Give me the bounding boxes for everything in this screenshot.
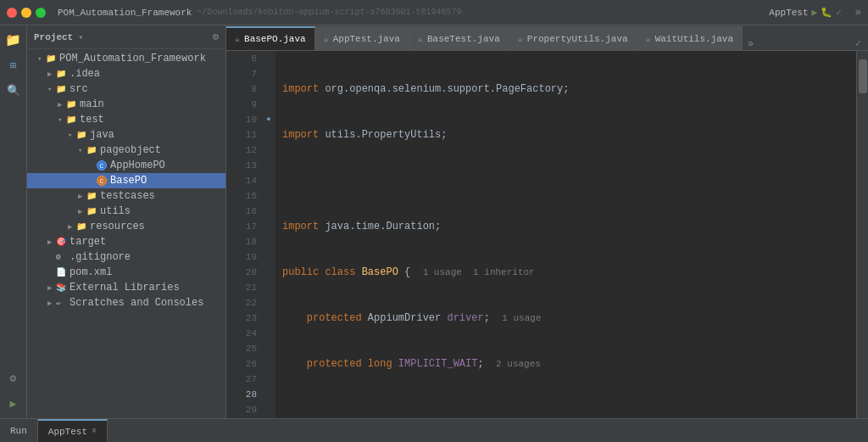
sidebar-gear-icon[interactable]: ⚙ [213,31,219,43]
editor-scrollbar[interactable] [856,51,868,418]
folder-icon: 📁 [86,145,97,155]
editor-area: ☕ BasePO.java ☕ AppTest.java ☕ BaseTest.… [226,25,868,418]
check-icon[interactable]: ✓ [836,7,842,18]
code-content[interactable]: import org.openqa.selenium.support.PageF… [275,51,856,418]
tab-basetest[interactable]: ☕ BaseTest.java [409,26,509,50]
outer-icon-rail: 📁 ⊞ 🔍 ⚙ ▶ [0,25,27,418]
tree-item-resources[interactable]: ▶ 📁 resources [27,219,225,234]
run-config-name: AppTest [769,8,808,18]
tab-java-icon2: ☕ [324,34,329,44]
arrow-icon: ▾ [37,54,46,64]
arrow-icon: ▾ [58,115,66,125]
run-icon[interactable]: ▶ [3,393,25,415]
tree-item-extlibs[interactable]: ▶ 📚 External Libraries [27,280,225,295]
breakpoint-icon[interactable]: ● [266,115,270,124]
line-num-20: 20 [230,265,257,280]
project-path: ~/Downloads/kobiton-appium-script-s76036… [197,8,461,17]
line-num-19: 19 [230,249,257,265]
gutter-icons: ● [262,51,275,418]
tab-propertyutils[interactable]: ☕ PropertyUtils.java [509,26,637,50]
debug-button[interactable]: 🐛 [821,7,832,18]
find-icon[interactable]: 🔍 [3,80,25,102]
project-sidebar: Project ▾ ⚙ ▾ 📁 POM_Automation_Framework… [27,25,226,418]
line-num-22: 22 [230,295,257,311]
xml-icon: 📄 [56,267,66,277]
arrow-icon: ▶ [47,238,56,247]
tree-label-scratches: Scratches and Consoles [70,297,203,309]
tab-label-basetest: BaseTest.java [427,34,500,44]
tree-item-scratches[interactable]: ▶ ✏ Scratches and Consoles [27,295,225,311]
tab-apptest[interactable]: ☕ AppTest.java [315,26,409,50]
tree-item-pom[interactable]: ▶ 📄 pom.xml [27,265,225,280]
tree-label-root: POM_Automation_Framework [59,53,206,64]
tree-item-testcases[interactable]: ▶ 📁 testcases [27,188,225,204]
sidebar-header-icons: ⚙ [213,31,219,43]
tree-label-java: java [90,129,114,141]
project-dropdown-icon[interactable]: ▾ [78,32,83,42]
bottom-bar: Run AppTest × [0,418,868,442]
line-num-16: 16 [230,204,257,219]
tab-java-icon: ☕ [235,34,240,44]
folder-icon[interactable]: 📁 [3,29,25,51]
arrow-icon: ▾ [68,131,76,140]
line-num-14: 14 [230,173,257,188]
arrow-icon: ▶ [78,207,86,216]
tree-label-target: target [70,236,106,248]
minimize-button[interactable] [21,8,31,18]
apptest-tab-label: AppTest [48,427,87,437]
tree-item-main[interactable]: ▶ 📁 main [27,97,225,112]
line-num-12: 12 [230,143,257,158]
tree-item-test[interactable]: ▾ 📁 test [27,112,225,127]
app-title: POM_Automation_Framework [58,8,192,18]
apptest-close-icon[interactable]: × [92,427,97,436]
tree-item-java[interactable]: ▾ 📁 java [27,127,225,143]
tree-item-utils[interactable]: ▶ 📁 utils [27,204,225,219]
line-num-18: 18 [230,234,257,249]
folder-icon: 📁 [76,221,86,232]
settings-icon[interactable]: ⚙ [3,367,25,389]
run-config[interactable]: AppTest ▶ 🐛 ✓ [769,7,841,18]
folder-icon: 📁 [46,53,56,64]
file-tree: ▾ 📁 POM_Automation_Framework ▶ 📁 .idea ▾… [27,49,225,418]
tab-label-propertyutils: PropertyUtils.java [527,34,628,44]
tabs-overflow-button[interactable]: » [743,38,759,50]
tab-waitutils[interactable]: ☕ WaitUtils.java [637,26,743,50]
close-button[interactable] [7,8,17,18]
tree-item-root[interactable]: ▾ 📁 POM_Automation_Framework [27,51,225,66]
run-button[interactable]: ▶ [812,7,818,18]
bottom-tab-apptest[interactable]: AppTest × [38,419,108,442]
line-num-15: 15 [230,188,257,204]
tab-java-icon4: ☕ [518,34,523,44]
tree-item-basepo[interactable]: ▶ C BasePO [27,173,225,188]
tree-label-resources: resources [90,221,145,232]
line-num-27: 27 [230,372,257,387]
maximize-button[interactable] [36,8,46,18]
tree-label-src: src [70,83,88,95]
tree-label-main: main [80,98,104,110]
scrollbar-thumb[interactable] [859,59,867,93]
line-num-24: 24 [230,326,257,341]
editor-tabs: ☕ BasePO.java ☕ AppTest.java ☕ BaseTest.… [226,25,868,51]
scratches-icon: ✏ [56,298,66,308]
tree-item-apphomepo[interactable]: ▶ C AppHomePO [27,158,225,173]
tree-label-basepo: BasePO [110,175,147,187]
structure-icon[interactable]: ⊞ [3,54,25,76]
tree-item-pageobject[interactable]: ▾ 📁 pageobject [27,143,225,158]
bottom-tabs: Run AppTest × [0,419,108,442]
line-num-8: 8 [230,81,257,97]
tree-item-src[interactable]: ▾ 📁 src [27,81,225,97]
line-num-6: 6 [230,51,257,66]
tree-item-target[interactable]: ▶ 🎯 target [27,234,225,249]
code-editor[interactable]: 6 7 8 9 10 11 12 13 14 15 16 17 18 19 20… [226,51,868,418]
tree-item-gitignore[interactable]: ▶ ⚙ .gitignore [27,249,225,265]
line-num-13: 13 [230,158,257,173]
check-mark-icon[interactable]: ✓ [855,37,861,50]
git-icon: ⚙ [56,252,66,262]
tree-label-pom: pom.xml [70,266,112,278]
arrow-icon: ▶ [47,299,56,308]
tree-item-idea[interactable]: ▶ 📁 .idea [27,66,225,81]
tab-basepo[interactable]: ☕ BasePO.java [226,26,315,50]
bottom-tab-run[interactable]: Run [0,419,38,442]
libs-icon: 📚 [56,283,66,293]
tabs-overflow-icon[interactable]: » [855,7,861,19]
